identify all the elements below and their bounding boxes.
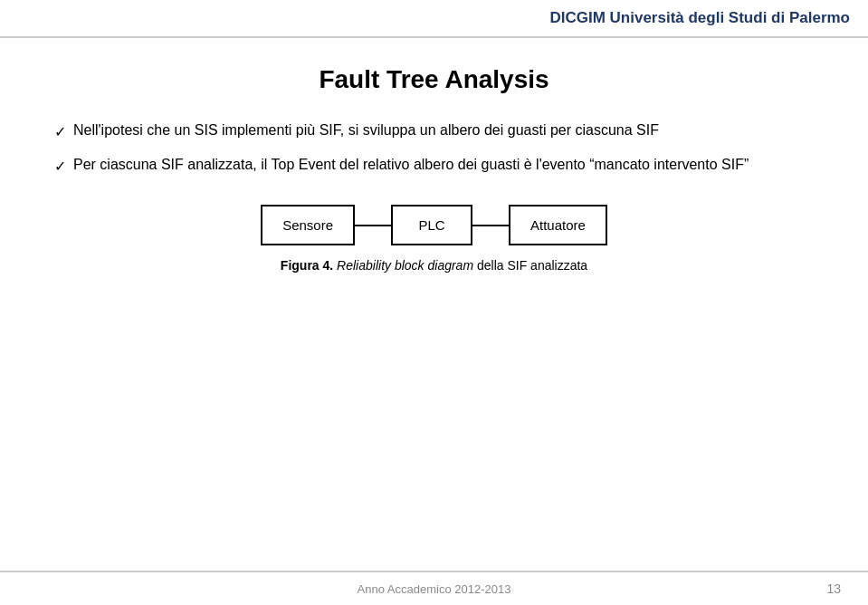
main-content: Fault Tree Analysis ✓ Nell'ipotesi che u… xyxy=(0,38,868,309)
bullet-text-2: Per ciascuna SIF analizzata, il Top Even… xyxy=(73,154,814,176)
diagram-section: Sensore PLC Attuatore Figura 4. Reliabil… xyxy=(54,205,814,273)
rbd-box-sensore: Sensore xyxy=(261,205,355,245)
footer-center: Anno Accademico 2012-2013 xyxy=(231,582,638,596)
rbd-connector-2 xyxy=(472,225,509,226)
checkmark-icon-2: ✓ xyxy=(54,156,66,178)
rbd-box-attuatore: Attuatore xyxy=(509,205,607,245)
page-title: Fault Tree Analysis xyxy=(54,65,814,94)
bullet-item-1: ✓ Nell'ipotesi che un SIS implementi più… xyxy=(54,120,814,143)
caption-label: Figura 4. xyxy=(281,258,333,273)
bullet-item-2: ✓ Per ciascuna SIF analizzata, il Top Ev… xyxy=(54,154,814,178)
footer-page-number: 13 xyxy=(637,581,841,596)
rbd-connector-1 xyxy=(355,225,391,226)
rbd-box-plc: PLC xyxy=(391,205,472,245)
header: DICGIM Università degli Studi di Palermo xyxy=(0,0,868,38)
checkmark-icon-1: ✓ xyxy=(54,121,66,143)
bullet-text-1: Nell'ipotesi che un SIS implementi più S… xyxy=(73,120,814,141)
footer: Anno Accademico 2012-2013 13 xyxy=(0,571,868,605)
bullet-section: ✓ Nell'ipotesi che un SIS implementi più… xyxy=(54,120,814,178)
rbd-container: Sensore PLC Attuatore xyxy=(261,205,607,245)
header-title: DICGIM Università degli Studi di Palermo xyxy=(549,9,850,26)
caption-italic: Reliability block diagram xyxy=(337,258,473,273)
diagram-caption: Figura 4. Reliability block diagram dell… xyxy=(281,258,587,273)
caption-rest: della SIF analizzata xyxy=(477,258,587,273)
